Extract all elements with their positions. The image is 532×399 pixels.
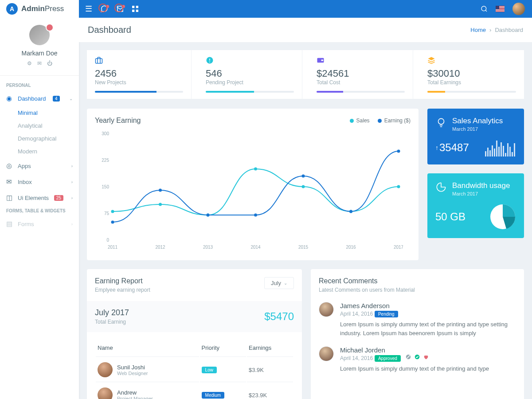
- search-icon[interactable]: [481, 5, 488, 12]
- svg-point-25: [111, 210, 114, 213]
- svg-point-32: [111, 221, 114, 224]
- power-icon[interactable]: ⏻: [47, 60, 52, 66]
- widgets-icon: ◫: [6, 194, 13, 202]
- chevron-right-icon: ›: [489, 27, 491, 33]
- comment-author: Michael Jorden: [340, 346, 516, 354]
- language-flag[interactable]: [496, 6, 505, 12]
- svg-text:2011: 2011: [108, 245, 118, 250]
- stat-pending-project: 546 Pending Project: [198, 50, 302, 99]
- svg-point-9: [209, 62, 210, 63]
- badge-count: 4: [53, 96, 60, 102]
- svg-point-29: [302, 185, 305, 188]
- block-icon[interactable]: [405, 354, 411, 360]
- svg-rect-3: [136, 10, 138, 12]
- nav-dashboard[interactable]: ◉ Dashboard 4 ⌄: [0, 90, 79, 106]
- svg-rect-53: [514, 143, 515, 156]
- svg-point-4: [481, 6, 486, 11]
- svg-rect-50: [507, 143, 509, 156]
- svg-point-26: [159, 203, 162, 206]
- comment-author: James Anderson: [340, 302, 516, 309]
- briefcase-icon: [95, 56, 183, 64]
- settings-icon[interactable]: ⚙: [27, 60, 32, 66]
- sub-analytical[interactable]: Analytical: [0, 119, 79, 132]
- page-header: Dashboard Home › Dashboard: [79, 18, 532, 42]
- bandwidth-value: 50 GB: [435, 211, 466, 223]
- avatar: [319, 346, 334, 361]
- page-title: Dashboard: [88, 25, 131, 35]
- avatar: [98, 362, 113, 377]
- svg-text:2016: 2016: [346, 245, 356, 250]
- svg-point-36: [302, 175, 305, 178]
- main-content: Dashboard Home › Dashboard 2456 New Proj…: [79, 0, 532, 399]
- menu-toggle-icon[interactable]: ☰: [85, 4, 92, 14]
- logo[interactable]: A AdminPress: [0, 0, 79, 18]
- svg-text:225: 225: [102, 158, 109, 163]
- table-row: Sunil JoshiWeb Designer Low $3.9K: [96, 358, 293, 382]
- svg-rect-2: [132, 10, 134, 12]
- svg-rect-48: [503, 146, 504, 156]
- svg-rect-41: [487, 148, 489, 156]
- svg-marker-12: [428, 57, 435, 61]
- svg-rect-40: [485, 151, 486, 156]
- svg-rect-47: [501, 142, 502, 156]
- chevron-down-icon: ⌄: [284, 281, 287, 286]
- earning-report-card: Earning Report Emplyee earning report Ju…: [87, 269, 302, 399]
- svg-text:2017: 2017: [394, 245, 403, 250]
- layers-icon: [427, 56, 516, 64]
- svg-point-38: [397, 150, 400, 153]
- chevron-right-icon: ›: [71, 196, 73, 200]
- mail-icon[interactable]: ✉: [37, 60, 42, 66]
- svg-text:2012: 2012: [155, 245, 165, 250]
- comment-item: Michael Jorden April 14, 2016 Approved L…: [319, 346, 516, 373]
- stat-total-cost: $24561 Total Cost: [309, 50, 413, 99]
- comment-date: April 14, 2016: [340, 311, 373, 317]
- sidebar: Markarn Doe ⚙ ✉ ⏻ PERSONAL ◉ Dashboard 4…: [0, 0, 79, 399]
- svg-rect-43: [492, 145, 493, 156]
- sub-minimal[interactable]: Minimal: [0, 106, 79, 119]
- bulb-icon: [435, 117, 447, 132]
- analytics-sparkline: [485, 139, 516, 156]
- topbar: A AdminPress ☰: [0, 0, 532, 18]
- svg-rect-45: [496, 141, 497, 156]
- profile-avatar[interactable]: [29, 25, 50, 45]
- svg-rect-49: [505, 153, 506, 156]
- month-select[interactable]: July ⌄: [264, 277, 294, 289]
- svg-text:2014: 2014: [250, 245, 261, 250]
- chart-title: Yearly Earning: [95, 117, 141, 125]
- bandwidth-panel: Bandwidth usage March 2017 50 GB: [427, 173, 524, 238]
- sub-modern[interactable]: Modern: [0, 145, 79, 158]
- bandwidth-pie: [489, 203, 516, 230]
- breadcrumb-home[interactable]: Home: [470, 27, 486, 33]
- badge-count: 25: [54, 195, 63, 201]
- apps-icon[interactable]: [132, 6, 138, 12]
- mail-icon: ✉: [6, 178, 13, 186]
- svg-point-31: [397, 185, 400, 188]
- heart-icon[interactable]: [423, 354, 429, 360]
- nav-inbox[interactable]: ✉ Inbox ›: [0, 174, 79, 190]
- status-badge: Pending: [375, 311, 398, 317]
- sub-demographical[interactable]: Demographical: [0, 132, 79, 145]
- check-icon[interactable]: [414, 354, 420, 360]
- avatar: [319, 302, 334, 317]
- svg-point-34: [207, 214, 210, 217]
- nav-ui-elements[interactable]: ◫ Ui Elements 25 ›: [0, 190, 79, 206]
- table-row: AndrewProject Manager Medium $23.9K: [96, 383, 293, 399]
- chevron-right-icon: ›: [71, 180, 73, 184]
- nav-apps[interactable]: ◎ Apps ›: [0, 158, 79, 174]
- messages-icon[interactable]: [100, 5, 108, 13]
- svg-rect-44: [494, 149, 495, 156]
- earning-table: Name Priority Earnings Sunil JoshiWeb De…: [95, 338, 294, 399]
- nav-forms[interactable]: ▤ Forms ›: [0, 216, 79, 232]
- yearly-earning-chart: 0751502253002011201220132014201520162017: [95, 129, 403, 252]
- stat-total-earnings: $30010 Total Earnings: [419, 50, 524, 99]
- user-avatar[interactable]: [512, 3, 525, 15]
- svg-rect-42: [489, 150, 491, 156]
- analytics-value: ↑35487: [435, 141, 469, 154]
- svg-point-33: [159, 189, 162, 192]
- svg-text:2013: 2013: [203, 245, 213, 250]
- nav-header-personal: PERSONAL: [0, 80, 79, 90]
- comment-item: James Anderson April 14, 2016 Pending Lo…: [319, 302, 516, 337]
- breadcrumb: Home › Dashboard: [470, 27, 523, 33]
- comment-text: Lorem Ipsum is simply dummy text of the …: [340, 320, 516, 337]
- notifications-icon[interactable]: [116, 5, 124, 13]
